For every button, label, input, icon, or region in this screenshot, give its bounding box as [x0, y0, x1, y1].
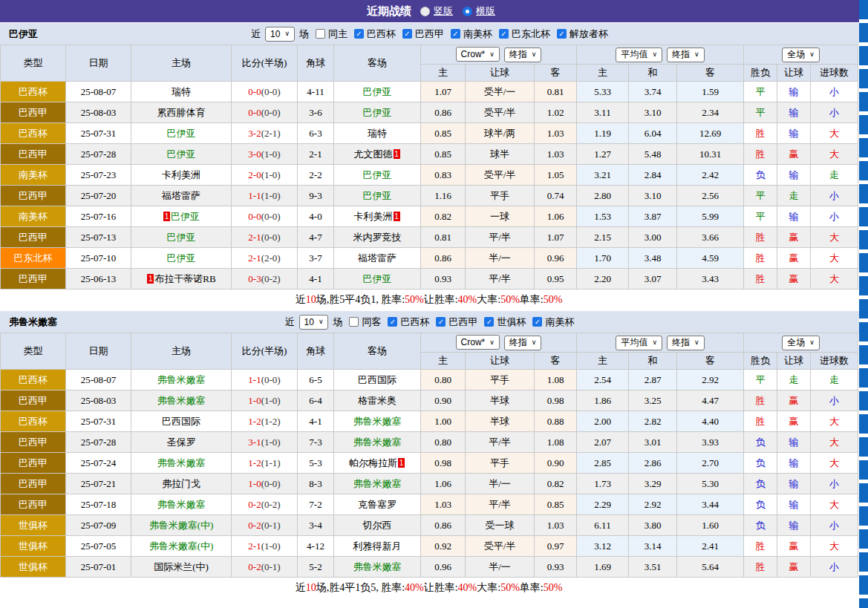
rank-badge: 1	[394, 149, 400, 159]
handicap-cell: 受一球	[466, 515, 535, 536]
team-label: 卡利美洲	[162, 169, 200, 180]
score-cell: 2-1(0-0)	[232, 227, 298, 248]
competition-cell: 南美杯	[1, 206, 66, 227]
home-team-cell: 弗鲁米嫩塞(中)	[131, 515, 232, 536]
date-cell: 25-07-18	[66, 494, 131, 515]
sub-column-header: 客	[535, 353, 577, 370]
competition-cell: 巴西甲	[1, 453, 66, 474]
halftime-score: (1-0)	[261, 169, 281, 180]
avg-draw-cell: 3.87	[629, 206, 677, 227]
result-cell: 胜	[744, 123, 777, 144]
handicap-cell: 半/一	[466, 474, 535, 494]
chevron-down-icon: ∨	[532, 51, 537, 58]
competition-cell: 巴西杯	[1, 123, 66, 144]
matches-label: 场	[299, 27, 309, 41]
handicap-result-cell: 赢	[777, 411, 811, 432]
avg-draw-cell: 3.80	[629, 515, 677, 536]
match-row: 巴西甲25-07-24弗鲁米嫩塞1-2(1-1)5-3帕尔梅拉斯10.98平手0…	[1, 453, 858, 474]
handicap-result-cell: 赢	[777, 144, 811, 165]
sub-column-header: 胜负	[744, 353, 777, 370]
average-group-header: 平均值∨终指∨	[577, 45, 744, 65]
chevron-down-icon: ∨	[652, 51, 657, 58]
league-checkbox[interactable]: ✓	[499, 29, 509, 39]
odds-final-select[interactable]: 终指∨	[504, 336, 542, 350]
same-venue-checkbox[interactable]	[349, 317, 359, 327]
scope-select[interactable]: 全场∨	[782, 48, 820, 62]
league-label: 巴东北杯	[512, 27, 550, 41]
score-cell: 1-0(0-0)	[232, 474, 298, 494]
recent-label: 近	[251, 27, 261, 41]
league-checkbox[interactable]: ✓	[451, 29, 460, 39]
match-row: 世俱杯25-07-01国际米兰(中)0-2(0-1)5-2弗鲁米嫩塞0.96半/…	[1, 557, 858, 578]
away-team-cell: 巴伊亚	[334, 82, 421, 102]
odds-source-select[interactable]: Crow*∨	[456, 335, 500, 350]
horizontal-layout-radio[interactable]	[463, 7, 472, 16]
away-odds-cell: 0.88	[535, 411, 577, 432]
team-label: 利雅得新月	[353, 540, 402, 552]
avg-away-cell: 2.92	[677, 370, 744, 390]
match-row: 世俱杯25-07-09弗鲁米嫩塞(中)0-2(0-1)3-4切尔西0.86受一球…	[1, 515, 858, 536]
team-filter-bar: 巴伊亚近10∨场同主✓巴西杯✓巴西甲✓南美杯✓巴东北杯✓解放者杯	[0, 22, 859, 45]
right-scroll-strip[interactable]	[859, 0, 868, 608]
handicap-result-cell: 输	[777, 515, 811, 536]
halftime-score: (0-0)	[261, 86, 281, 97]
match-row: 巴西甲25-06-131布拉干蒂诺RB0-3(0-2)4-1巴伊亚0.93平/半…	[1, 269, 858, 290]
result-cell: 胜	[744, 248, 777, 269]
avg-home-cell: 2.54	[577, 370, 629, 390]
result-cell: 胜	[744, 557, 777, 578]
odds-final-select[interactable]: 终指∨	[504, 48, 542, 62]
team-label: 巴西国际	[358, 374, 397, 385]
away-team-cell: 帕尔梅拉斯1	[334, 453, 421, 474]
page-title: 近期战绩	[367, 4, 411, 19]
team-name: 弗鲁米嫩塞	[9, 316, 57, 329]
league-checkbox[interactable]: ✓	[436, 317, 446, 327]
match-row: 巴西杯25-08-07弗鲁米嫩塞1-1(0-0)6-5巴西国际0.80平手1.0…	[1, 370, 858, 390]
team-label: 弗拉门戈	[162, 478, 200, 489]
avg-draw-cell: 5.48	[629, 144, 677, 165]
date-cell: 25-07-23	[66, 165, 131, 186]
vertical-layout-label[interactable]: 竖版	[434, 4, 453, 18]
average-final-select[interactable]: 终指∨	[667, 48, 705, 62]
match-count-select[interactable]: 10∨	[265, 27, 295, 42]
column-header: 主场	[131, 333, 232, 370]
date-cell: 25-07-05	[66, 536, 131, 557]
league-label: 巴西杯	[400, 316, 429, 329]
average-source-select[interactable]: 平均值∨	[616, 48, 662, 62]
league-checkbox[interactable]: ✓	[557, 29, 567, 39]
goals-result-cell: 大	[811, 494, 858, 515]
average-source-select[interactable]: 平均值∨	[616, 336, 662, 350]
goals-result-cell: 大	[811, 123, 858, 144]
scope-select[interactable]: 全场∨	[782, 336, 820, 350]
fulltime-score: 0-2	[248, 499, 261, 510]
handicap-result-cell: 输	[777, 165, 811, 186]
odds-source-select[interactable]: Crow*∨	[456, 47, 500, 62]
avg-draw-cell: 2.84	[629, 165, 677, 186]
avg-away-cell: 2.34	[677, 102, 744, 123]
matches-label: 场	[333, 316, 342, 329]
home-team-cell: 弗鲁米嫩塞	[131, 494, 232, 515]
date-cell: 25-07-13	[66, 227, 131, 248]
competition-cell: 世俱杯	[1, 557, 66, 578]
avg-draw-cell: 3.07	[629, 269, 677, 290]
league-checkbox[interactable]: ✓	[402, 29, 412, 39]
avg-home-cell: 1.19	[577, 123, 629, 144]
team-name: 巴伊亚	[9, 27, 38, 41]
match-count-select[interactable]: 10∨	[299, 315, 329, 330]
away-team-cell: 弗鲁米嫩塞	[334, 557, 421, 578]
average-final-select[interactable]: 终指∨	[667, 336, 705, 350]
team-label: 瑞特	[172, 86, 191, 97]
avg-away-cell: 10.31	[677, 144, 744, 165]
average-group-header: 平均值∨终指∨	[577, 333, 744, 353]
league-checkbox[interactable]: ✓	[484, 317, 494, 327]
same-venue-checkbox[interactable]	[316, 29, 325, 39]
summary-segment: 50%	[500, 582, 520, 594]
horizontal-layout-label[interactable]: 横版	[476, 4, 495, 18]
average-final-select-value: 终指	[672, 336, 690, 349]
date-cell: 25-07-20	[66, 186, 131, 206]
league-checkbox[interactable]: ✓	[354, 29, 364, 39]
league-checkbox[interactable]: ✓	[388, 317, 397, 327]
vertical-layout-radio[interactable]	[420, 7, 430, 16]
league-checkbox[interactable]: ✓	[532, 317, 542, 327]
handicap-cell: 球半/两	[466, 123, 535, 144]
avg-home-cell: 2.07	[577, 432, 629, 453]
